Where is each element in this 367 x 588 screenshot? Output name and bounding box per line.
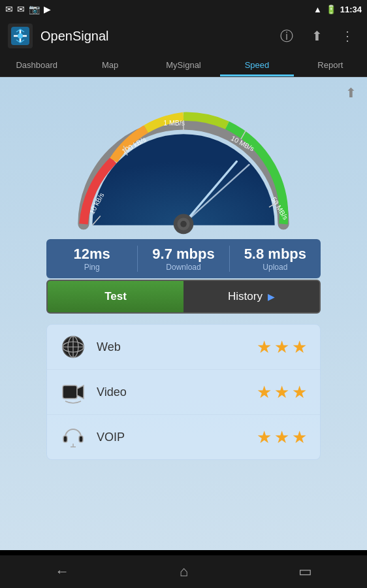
download-label: Download bbox=[138, 263, 229, 272]
home-button[interactable]: ⌂ bbox=[167, 558, 201, 585]
voip-quality-row: VOIP ★ ★ ★ bbox=[47, 415, 320, 459]
voip-star-1: ★ bbox=[257, 427, 272, 448]
video-stars: ★ ★ ★ bbox=[257, 382, 307, 402]
tab-dashboard[interactable]: Dashboard bbox=[0, 54, 73, 76]
svg-rect-25 bbox=[63, 385, 77, 399]
speedometer-svg: 10 kB/s 100 kB/s 1 MB/s 10 MB/s 50 MB/s bbox=[59, 93, 308, 237]
ping-stat: 12ms Ping bbox=[46, 246, 138, 272]
upload-stat: 5.8 mbps Upload bbox=[230, 246, 321, 272]
recent-button[interactable]: ▭ bbox=[285, 558, 325, 585]
video-label: Video bbox=[97, 385, 246, 399]
bottom-nav: ← ⌂ ▭ bbox=[0, 555, 367, 588]
svg-point-3 bbox=[18, 33, 23, 39]
play-icon: ▶ bbox=[44, 4, 51, 14]
svg-marker-26 bbox=[77, 385, 84, 399]
stats-row: 12ms Ping 9.7 mbps Download 5.8 mbps Upl… bbox=[46, 239, 321, 278]
nav-tabs: Dashboard Map MySignal Speed Report bbox=[0, 54, 367, 77]
clock: 11:34 bbox=[340, 5, 362, 14]
web-star-1: ★ bbox=[257, 337, 272, 357]
web-quality-row: Web ★ ★ ★ bbox=[47, 325, 320, 370]
voip-label: VOIP bbox=[97, 431, 246, 444]
history-label: History bbox=[228, 290, 263, 303]
quality-panel: Web ★ ★ ★ Video ★ ★ bbox=[46, 324, 321, 460]
app-container: ✉ ✉ 📷 ▶ ▲ 🔋 11:34 OpenSignal ⓘ ⬆ ⋮ bbox=[0, 0, 367, 588]
voip-star-3: ★ bbox=[292, 427, 307, 448]
voip-icon bbox=[60, 424, 86, 450]
video-star-3: ★ bbox=[292, 382, 307, 402]
web-star-3: ★ bbox=[292, 337, 307, 357]
share-icon-main[interactable]: ⬆ bbox=[345, 85, 357, 101]
gmail2-icon: ✉ bbox=[17, 4, 25, 14]
ping-label: Ping bbox=[46, 263, 137, 272]
battery-icon: 🔋 bbox=[326, 5, 336, 14]
download-stat: 9.7 mbps Download bbox=[138, 246, 229, 272]
video-star-2: ★ bbox=[274, 382, 289, 402]
back-button[interactable]: ← bbox=[42, 558, 82, 585]
menu-button[interactable]: ⋮ bbox=[336, 25, 359, 46]
button-row: Test History ▶ bbox=[46, 280, 321, 314]
status-icons-left: ✉ ✉ 📷 ▶ bbox=[5, 4, 51, 14]
ping-value: 12ms bbox=[46, 246, 137, 263]
svg-text:1 MB/s: 1 MB/s bbox=[163, 119, 185, 127]
gmail-icon: ✉ bbox=[5, 4, 13, 14]
video-icon bbox=[60, 379, 86, 405]
info-button[interactable]: ⓘ bbox=[275, 25, 298, 48]
voip-stars: ★ ★ ★ bbox=[257, 427, 307, 448]
status-bar: ✉ ✉ 📷 ▶ ▲ 🔋 11:34 bbox=[0, 0, 367, 18]
web-icon bbox=[60, 334, 86, 360]
history-button[interactable]: History ▶ bbox=[184, 281, 319, 312]
test-button[interactable]: Test bbox=[48, 281, 184, 312]
video-quality-row: Video ★ ★ ★ bbox=[47, 370, 320, 415]
svg-point-19 bbox=[180, 221, 187, 227]
app-icon bbox=[8, 24, 33, 48]
voip-star-2: ★ bbox=[274, 427, 289, 448]
app-title: OpenSignal bbox=[40, 29, 267, 44]
web-stars: ★ ★ ★ bbox=[257, 337, 307, 357]
history-arrow-icon: ▶ bbox=[268, 291, 275, 302]
tab-speed[interactable]: Speed bbox=[220, 54, 293, 76]
status-icons-right: ▲ 🔋 11:34 bbox=[313, 5, 362, 14]
svg-rect-27 bbox=[63, 436, 67, 442]
wifi-icon: ▲ bbox=[313, 5, 322, 14]
tab-report[interactable]: Report bbox=[294, 54, 367, 76]
download-value: 9.7 mbps bbox=[138, 246, 229, 263]
speedometer: 10 kB/s 100 kB/s 1 MB/s 10 MB/s 50 MB/s bbox=[59, 93, 308, 237]
tab-mysignal[interactable]: MySignal bbox=[147, 54, 220, 76]
web-star-2: ★ bbox=[274, 337, 289, 357]
main-content: ⬆ bbox=[0, 77, 367, 550]
svg-rect-28 bbox=[79, 436, 83, 442]
video-star-1: ★ bbox=[257, 382, 272, 402]
web-label: Web bbox=[97, 340, 246, 354]
upload-value: 5.8 mbps bbox=[230, 246, 321, 263]
action-bar: OpenSignal ⓘ ⬆ ⋮ bbox=[0, 18, 367, 54]
upload-label: Upload bbox=[230, 263, 321, 272]
share-button[interactable]: ⬆ bbox=[306, 25, 328, 46]
camera-icon: 📷 bbox=[29, 4, 40, 14]
tab-map[interactable]: Map bbox=[73, 54, 146, 76]
